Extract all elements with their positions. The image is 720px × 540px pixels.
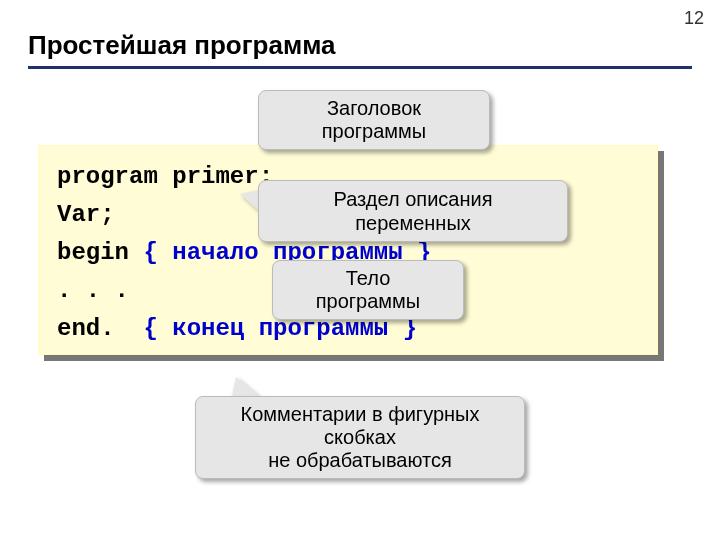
callout-comments-line1: Комментарии в фигурных скобках [214,403,506,449]
spacer [115,315,144,342]
callout-tail-comments [232,377,260,397]
code-text: primer; [158,163,273,190]
callout-vardecl: Раздел описания переменных [258,180,568,242]
page-title: Простейшая программа [28,30,336,61]
kw-end: end. [57,315,115,342]
title-rule [28,66,692,69]
callout-comments: Комментарии в фигурных скобках не обраба… [195,396,525,479]
kw-program: program [57,163,158,190]
kw-begin: begin [57,239,129,266]
callout-header: Заголовок программы [258,90,490,150]
callout-comments-line2: не обрабатываются [214,449,506,472]
callout-body: Тело программы [272,260,464,320]
callout-tail-vardecl [240,190,260,212]
code-box: program primer; Var; begin { начало прог… [38,145,658,355]
page-number: 12 [684,8,704,29]
